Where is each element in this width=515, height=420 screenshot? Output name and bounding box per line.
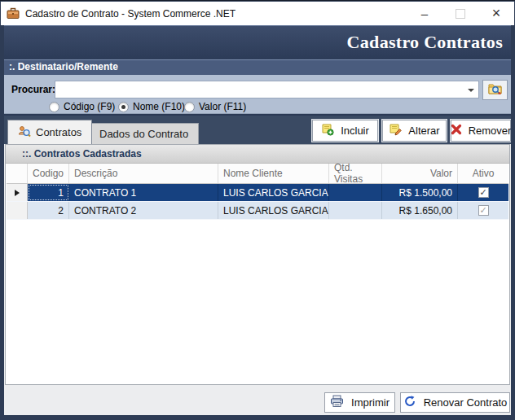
printer-icon (330, 395, 344, 410)
cell-qtd-visitas[interactable] (329, 202, 382, 219)
cell-ativo[interactable] (458, 184, 508, 201)
tab-contratos[interactable]: Contratos (7, 120, 92, 144)
contracts-grid: Codigo Descrição Nome Cliente Qtd. Visit… (7, 164, 508, 220)
search-combobox[interactable] (55, 81, 479, 98)
app-window: Cadastro de Contrato - System Commerce .… (0, 0, 515, 420)
tab-dados-label: Dados do Contrato (99, 128, 188, 140)
titlebar: Cadastro de Contrato - System Commerce .… (1, 2, 514, 25)
current-row-arrow-icon (15, 190, 20, 196)
radio-nome[interactable]: Nome (F10) (118, 101, 185, 112)
row-selector[interactable] (7, 184, 28, 201)
imprimir-label: Imprimir (351, 396, 390, 409)
radio-nome-label: Nome (F10) (133, 101, 185, 112)
row-selector[interactable] (7, 202, 28, 219)
radio-valor[interactable]: Valor (F11) (184, 101, 246, 112)
radio-circle[interactable] (184, 102, 195, 112)
contracts-panel: ::. Contratos Cadastradas Codigo Descriç… (5, 144, 510, 385)
header-qtd-visitas[interactable]: Qtd. Visitas (329, 164, 382, 183)
header-descricao[interactable]: Descrição (69, 164, 218, 183)
remover-button[interactable]: Remover (451, 120, 511, 142)
cell-valor[interactable]: R$ 1.650,00 (382, 202, 458, 219)
alterar-button[interactable]: Alterar (382, 120, 447, 142)
alterar-label: Alterar (408, 125, 439, 137)
chevron-down-icon[interactable] (468, 89, 474, 92)
grid-header: Codigo Descrição Nome Cliente Qtd. Visit… (7, 164, 508, 184)
tabstrip: Contratos Dados do Contrato (4, 114, 511, 144)
minimize-icon[interactable]: – (407, 2, 442, 25)
refresh-icon (403, 395, 416, 410)
cell-codigo[interactable]: 1 (28, 184, 69, 201)
header-nome-cliente[interactable]: Nome Cliente (218, 164, 329, 183)
destinatario-bar: :. Destinatario/Remente (4, 59, 511, 75)
remover-label: Remover (469, 125, 511, 137)
header-codigo[interactable]: Codigo (28, 164, 69, 183)
search-folder-icon (488, 82, 503, 98)
close-icon[interactable]: × (478, 2, 514, 25)
header-selector (7, 164, 28, 183)
cell-nome-cliente[interactable]: LUIS CARLOS GARCIA (218, 184, 329, 201)
window-controls: – × (407, 2, 514, 25)
cell-descricao[interactable]: CONTRATO 2 (69, 202, 218, 219)
search-button[interactable] (482, 80, 508, 100)
header-valor[interactable]: Valor (382, 164, 458, 183)
incluir-label: Incluir (341, 125, 369, 137)
radio-codigo-label: Código (F9) (64, 101, 115, 112)
cell-descricao[interactable]: CONTRATO 1 (69, 184, 218, 201)
radio-circle[interactable] (118, 102, 129, 112)
cell-valor[interactable]: R$ 1.500,00 (382, 184, 458, 201)
group-title: ::. Contratos Cadastradas (6, 145, 509, 164)
find-contract-icon (18, 125, 31, 140)
window-title: Cadastro de Contrato - System Commerce .… (25, 8, 235, 20)
add-note-icon (321, 123, 334, 138)
tab-contratos-label: Contratos (36, 126, 81, 138)
incluir-button[interactable]: Incluir (312, 120, 378, 142)
renovar-contrato-button[interactable]: Renovar Contrato (400, 392, 510, 413)
search-label: Procurar: (11, 84, 55, 95)
cell-nome-cliente[interactable]: LUIS CARLOS GARCIA (218, 202, 329, 219)
table-row[interactable]: 2 CONTRATO 2 LUIS CARLOS GARCIA R$ 1.650… (7, 202, 508, 220)
search-panel: Procurar: Código (F9) (4, 75, 511, 114)
header-banner: Cadastro Contratos (4, 25, 511, 59)
renovar-label: Renovar Contrato (424, 396, 508, 409)
page-title: Cadastro Contratos (347, 32, 503, 53)
cell-qtd-visitas[interactable] (329, 184, 382, 201)
edit-note-icon (389, 123, 402, 138)
ativo-checkbox[interactable] (478, 187, 489, 198)
header-ativo[interactable]: Ativo (458, 164, 508, 183)
radio-circle[interactable] (49, 102, 59, 112)
briefcase-icon (7, 7, 20, 20)
ativo-checkbox[interactable] (478, 205, 489, 216)
remove-x-icon (451, 124, 462, 138)
table-row[interactable]: 1 CONTRATO 1 LUIS CARLOS GARCIA R$ 1.500… (7, 184, 508, 202)
window-content: Cadastro Contratos :. Destinatario/Remen… (4, 25, 511, 415)
search-input[interactable] (57, 82, 464, 97)
radio-codigo[interactable]: Código (F9) (49, 101, 115, 112)
radio-valor-label: Valor (F11) (199, 101, 246, 112)
cell-ativo[interactable] (458, 202, 508, 219)
cell-codigo[interactable]: 2 (28, 202, 69, 219)
imprimir-button[interactable]: Imprimir (324, 392, 395, 413)
tab-dados-do-contrato[interactable]: Dados do Contrato (89, 123, 199, 144)
maximize-icon (442, 2, 478, 25)
